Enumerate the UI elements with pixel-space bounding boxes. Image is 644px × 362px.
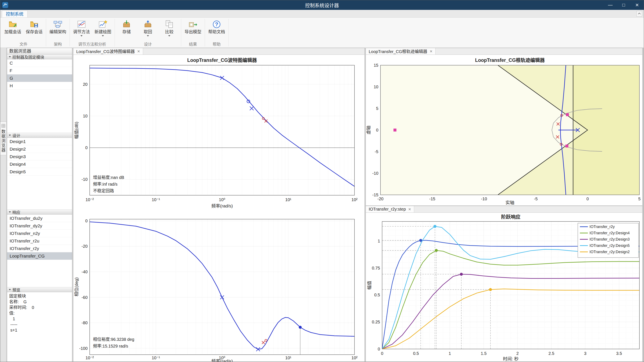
- edit-architecture-icon: [53, 19, 62, 29]
- group-label: 调节方法和分析: [72, 42, 113, 48]
- data-browser-side-tab[interactable]: 数据浏览器: [0, 122, 6, 155]
- svg-text:0.5: 0.5: [374, 293, 380, 297]
- button-label: 保存会话: [26, 29, 42, 34]
- svg-text:-5: -5: [374, 149, 378, 154]
- data-browser-header: 数据浏览器: [7, 48, 72, 54]
- svg-text:IOTransfer_r2y: IOTransfer_r2y: [590, 225, 615, 229]
- svg-text:频率(rad/s): 频率(rad/s): [212, 204, 233, 208]
- tab-bode-editor[interactable]: LoopTransfer_CG波特图编辑器 ×: [73, 48, 143, 55]
- response-item[interactable]: IOTransfer_dy2y: [7, 222, 72, 230]
- section-header-controllers[interactable]: 控制器及固定模块: [7, 54, 72, 59]
- root-locus-editor-panel: LoopTransfer_CG根轨迹编辑器 × -20-15-10-505-15…: [366, 48, 642, 206]
- bode-phase-plot[interactable]: 10⁻²10⁻¹10⁰10¹10²-100-80-60-40-200频率(rad…: [73, 211, 364, 362]
- response-item-looptransfer-cg[interactable]: LoopTransfer_CG: [7, 252, 72, 260]
- help-doc-button[interactable]: ? 帮助文档: [206, 19, 227, 37]
- tuning-methods-button[interactable]: 调节方法: [72, 19, 92, 37]
- button-label: 调节方法: [73, 29, 90, 34]
- app-window: { "window": { "title": "控制系统设计器", "contr…: [0, 0, 644, 362]
- design-item[interactable]: Design3: [7, 153, 72, 160]
- tab-step-response[interactable]: IOTransfer_r2y:step ×: [366, 206, 414, 213]
- help-doc-icon: ?: [212, 19, 221, 29]
- save-session-button[interactable]: 保存会话: [24, 19, 44, 37]
- ribbon-collapse-button[interactable]: [636, 11, 642, 17]
- close-icon[interactable]: ×: [408, 207, 411, 212]
- design-item[interactable]: Design1: [7, 138, 72, 145]
- response-item[interactable]: IOTransfer_r2u: [7, 237, 72, 245]
- svg-text:-15: -15: [429, 197, 435, 201]
- edit-architecture-button[interactable]: 编辑架构: [48, 19, 68, 37]
- section-header-responses[interactable]: 响应: [7, 210, 72, 215]
- controller-item-h[interactable]: H: [7, 82, 72, 90]
- svg-text:20: 20: [83, 82, 88, 87]
- ribbon-group-help: ? 帮助文档 帮助: [205, 18, 228, 48]
- data-browser-panel: 数据浏览器 控制器及固定模块 C F G H 设计 Design1 Design…: [7, 48, 72, 362]
- preview-line: 1: [7, 316, 72, 322]
- design-item[interactable]: Design5: [7, 168, 72, 175]
- button-label: 新建绘图: [94, 29, 111, 34]
- svg-text:IOTransfer_r2y:Design4: IOTransfer_r2y:Design4: [590, 231, 630, 235]
- button-label: 取回: [144, 29, 152, 34]
- controller-item-f[interactable]: F: [7, 67, 72, 74]
- design-item[interactable]: Design2: [7, 145, 72, 153]
- svg-text:5: 5: [638, 197, 640, 201]
- load-session-button[interactable]: 加载会话: [3, 19, 23, 37]
- group-label: 文件: [3, 42, 44, 48]
- close-button[interactable]: ×: [630, 0, 644, 10]
- side-tab-label: 数据浏览器: [0, 129, 6, 152]
- section-header-designs[interactable]: 设计: [7, 133, 72, 138]
- response-item[interactable]: IOTransfer_n2y: [7, 230, 72, 237]
- compare-button[interactable]: 比较: [159, 19, 179, 37]
- maximize-button[interactable]: □: [617, 0, 630, 10]
- svg-text:LoopTransfer_CG波特图编辑器: LoopTransfer_CG波特图编辑器: [187, 58, 257, 63]
- svg-text:时间: 秒: 时间: 秒: [503, 356, 519, 361]
- window-title: 控制系统设计器: [0, 2, 644, 9]
- close-icon[interactable]: ×: [430, 49, 432, 54]
- ribbon-group-file: 加载会话 保存会话 文件: [1, 18, 46, 48]
- svg-text:1.5: 1.5: [481, 351, 487, 356]
- controller-item-c[interactable]: C: [7, 59, 72, 67]
- new-plot-button[interactable]: 新建绘图: [93, 19, 113, 37]
- svg-text:10⁻¹: 10⁻¹: [152, 355, 160, 360]
- design-item[interactable]: Design4: [7, 160, 72, 168]
- step-response-panel: IOTransfer_r2y:step × 00.511.522.533.500…: [366, 206, 642, 362]
- close-icon[interactable]: ×: [137, 49, 140, 54]
- svg-text:0: 0: [381, 351, 383, 356]
- designs-list: Design1 Design2 Design3 Design4 Design5: [7, 138, 72, 210]
- svg-text:10²: 10²: [352, 197, 358, 202]
- button-label: 加载会话: [4, 29, 21, 34]
- svg-text:增益裕度:nan dB: 增益裕度:nan dB: [93, 175, 124, 180]
- bode-magnitude-plot[interactable]: 10⁻²10⁻¹10⁰10¹10²-1001020LoopTransfer_CG…: [73, 55, 364, 211]
- svg-text:10: 10: [83, 114, 88, 118]
- controller-item-g[interactable]: G: [7, 74, 72, 82]
- load-session-icon: [8, 19, 18, 29]
- svg-text:0.5: 0.5: [413, 351, 419, 356]
- response-item[interactable]: IOTransfer_r2y: [7, 245, 72, 252]
- tab-root-locus-editor[interactable]: LoopTransfer_CG根轨迹编辑器 ×: [366, 48, 436, 55]
- section-title: 设计: [12, 132, 20, 138]
- export-model-button[interactable]: 导出模型: [183, 19, 203, 37]
- svg-text:10¹: 10¹: [285, 355, 292, 360]
- svg-text:阶跃响应: 阶跃响应: [501, 214, 520, 220]
- root-locus-tab-bar: LoopTransfer_CG根轨迹编辑器 ×: [366, 48, 642, 55]
- svg-text:1: 1: [449, 351, 451, 356]
- responses-list: IOTransfer_du2y IOTransfer_dy2y IOTransf…: [7, 215, 72, 287]
- ribbon-toolbar: 加载会话 保存会话 文件 编辑架构 架构: [0, 18, 644, 48]
- app-icon: [2, 2, 8, 8]
- root-locus-plot[interactable]: -20-15-10-505-15-10-5051015LoopTransfer_…: [366, 55, 642, 206]
- svg-text:2.5: 2.5: [548, 351, 554, 356]
- retrieve-button[interactable]: 取回: [138, 19, 158, 37]
- store-icon: [122, 19, 131, 29]
- svg-text:-10: -10: [481, 197, 487, 201]
- store-button[interactable]: 存储: [116, 19, 136, 37]
- svg-text:1: 1: [378, 239, 380, 243]
- step-response-plot[interactable]: 00.511.522.533.500.250.50.751阶跃响应时间: 秒幅值…: [366, 213, 642, 362]
- preview-line: 值:: [7, 310, 72, 316]
- section-header-preview[interactable]: 预览: [7, 287, 72, 292]
- minimize-button[interactable]: —: [604, 0, 617, 10]
- svg-text:虚轴: 虚轴: [366, 126, 371, 134]
- svg-text:-80: -80: [82, 320, 88, 325]
- response-item[interactable]: IOTransfer_du2y: [7, 215, 72, 222]
- tab-control-system[interactable]: 控制系统: [2, 11, 28, 18]
- bode-editor-panel: LoopTransfer_CG波特图编辑器 × 10⁻²10⁻¹10⁰10¹10…: [73, 48, 365, 362]
- minimize-icon: —: [608, 2, 612, 8]
